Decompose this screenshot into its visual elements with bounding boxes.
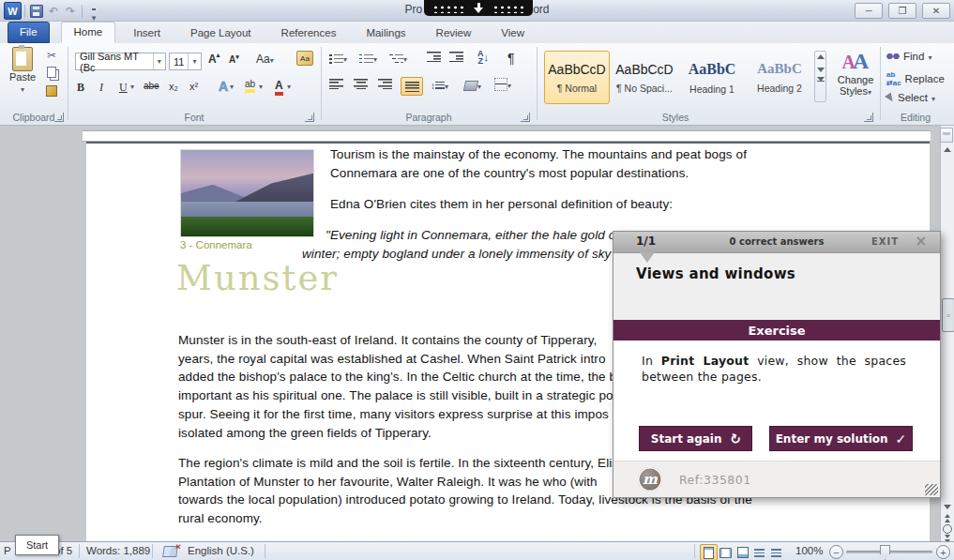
tab-file[interactable]: File [8, 22, 50, 43]
align-center-button[interactable] [354, 79, 368, 89]
strikethrough-button[interactable]: abe [144, 81, 159, 91]
page-indicator[interactable]: P [4, 545, 11, 556]
align-center-icon [354, 79, 368, 89]
word-count[interactable]: Words: 1,889 [86, 545, 150, 556]
ruler-toggle-button[interactable] [940, 128, 953, 143]
justify-icon [405, 82, 419, 92]
align-left-button[interactable] [329, 79, 343, 89]
tab-view[interactable]: View [489, 23, 537, 43]
subscript-button[interactable]: x₂ [169, 81, 178, 92]
zoom-slider-handle[interactable] [880, 545, 890, 560]
font-color-options[interactable] [287, 83, 291, 91]
font-color-button[interactable]: A [275, 79, 283, 96]
find-button[interactable]: Find [886, 51, 931, 62]
check-icon: ✓ [896, 431, 907, 446]
styles-scroll-down-icon [817, 68, 825, 72]
justify-button[interactable] [401, 77, 423, 96]
font-dialog-launcher[interactable] [305, 113, 314, 122]
language-indicator[interactable]: English (U.S.) [188, 545, 254, 556]
view-draft-button[interactable] [767, 544, 785, 560]
change-case-button[interactable]: Aa [256, 53, 274, 66]
paragraph-dialog-launcher[interactable] [521, 113, 530, 122]
hidden-page-gap[interactable] [83, 130, 931, 142]
scroll-thumb[interactable]: ≡ [942, 298, 954, 332]
zoom-in-button[interactable]: + [936, 545, 950, 559]
styles-scroll[interactable] [814, 51, 826, 102]
highlight-options[interactable] [259, 83, 263, 91]
tab-page-layout[interactable]: Page Layout [178, 23, 264, 43]
numbering-button[interactable] [359, 52, 377, 65]
style-normal[interactable]: AaBbCcD ¶ Normal [544, 51, 610, 104]
clipboard-dialog-launcher[interactable] [54, 113, 64, 122]
start-again-button[interactable]: Start again↻ [639, 426, 752, 451]
style-heading1[interactable]: AaBbC Heading 1 [679, 51, 745, 104]
superscript-button[interactable]: x² [189, 81, 198, 92]
bullets-button[interactable] [329, 52, 347, 65]
panel-close-icon[interactable]: × [915, 233, 927, 250]
format-painter-button[interactable] [45, 84, 58, 97]
status-bar: P of 5 Words: 1,889 English (U.S.) 100% … [0, 541, 954, 560]
connemara-photo[interactable] [180, 149, 314, 237]
panel-header[interactable]: 1/1 0 correct answers EXIT × [613, 232, 940, 253]
enter-solution-button[interactable]: Enter my solution✓ [769, 426, 913, 451]
text-effects-options[interactable] [230, 83, 234, 91]
view-print-layout-button[interactable] [700, 544, 718, 560]
font-name-select[interactable]: Gill Sans MT (Bc [75, 53, 166, 70]
style-no-spacing[interactable]: AaBbCcD ¶ No Spaci... [612, 51, 677, 104]
highlight-button[interactable]: ab [245, 79, 255, 93]
change-styles-button[interactable]: AA Change Styles [834, 49, 877, 97]
italic-button[interactable]: I [99, 81, 103, 95]
proofing-icon[interactable] [162, 546, 178, 557]
style-heading2[interactable]: AaBbC Heading 2 [747, 51, 812, 104]
decrease-indent-button[interactable] [427, 52, 441, 62]
styles-dialog-launcher[interactable] [864, 113, 873, 122]
view-outline-button[interactable] [750, 544, 768, 560]
align-right-button[interactable] [378, 79, 392, 89]
bold-button[interactable]: B [77, 81, 84, 95]
tab-mailings[interactable]: Mailings [354, 23, 417, 43]
scroll-down-button[interactable] [942, 501, 953, 512]
replace-button[interactable]: ab⇄ac Replace [886, 70, 945, 87]
grow-font-button[interactable]: A▴ [208, 53, 220, 66]
cut-button[interactable] [45, 49, 58, 61]
line-spacing-button[interactable]: ↕ [431, 79, 448, 92]
copy-button[interactable] [45, 66, 58, 78]
shrink-font-button[interactable]: A▾ [229, 54, 239, 65]
line-spacing-icon [435, 81, 445, 91]
brand-logo: m [638, 467, 662, 492]
tab-insert[interactable]: Insert [121, 23, 173, 43]
underline-options[interactable] [130, 83, 134, 91]
previous-page-button[interactable] [942, 512, 953, 523]
tab-review[interactable]: Review [424, 23, 484, 43]
show-paragraph-marks-button[interactable]: ¶ [507, 51, 515, 66]
copy-icon [47, 67, 56, 78]
doc-text-line: The region's climate is mild and the soi… [178, 456, 618, 470]
doc-text-line: Tourism is the mainstay of the economy. … [330, 147, 747, 161]
scroll-up-button[interactable] [942, 144, 953, 155]
instruction-text: In Print Layout view, show the spaces be… [642, 354, 906, 385]
capture-widget[interactable] [424, 0, 533, 16]
font-size-select[interactable]: 11 [169, 53, 202, 70]
zoom-out-button[interactable]: − [829, 545, 843, 559]
text-effects-button[interactable]: A [219, 79, 228, 94]
minimize-button[interactable]: ─ [855, 3, 883, 19]
view-web-layout-button[interactable] [734, 544, 751, 560]
view-full-screen-button[interactable] [717, 544, 734, 560]
vertical-scrollbar[interactable]: ≡ [940, 126, 954, 541]
sort-button[interactable]: AZ↓ [477, 50, 489, 65]
shading-button[interactable] [464, 79, 481, 92]
tab-home[interactable]: Home [61, 22, 116, 43]
paste-button[interactable]: Paste [5, 47, 40, 94]
tab-references[interactable]: References [269, 23, 349, 43]
restore-button[interactable]: ❐ [888, 3, 916, 19]
increase-indent-button[interactable] [449, 52, 463, 62]
multilevel-list-button[interactable] [389, 52, 407, 65]
select-button[interactable]: Select [886, 92, 935, 103]
zoom-level[interactable]: 100% [795, 545, 823, 556]
close-button[interactable]: ✕ [922, 3, 950, 19]
underline-button[interactable]: U [119, 81, 128, 95]
borders-button[interactable] [494, 78, 511, 91]
resize-handle[interactable] [925, 484, 938, 495]
clear-formatting-button[interactable]: Aa [296, 51, 313, 66]
exit-button[interactable]: EXIT [871, 236, 899, 247]
